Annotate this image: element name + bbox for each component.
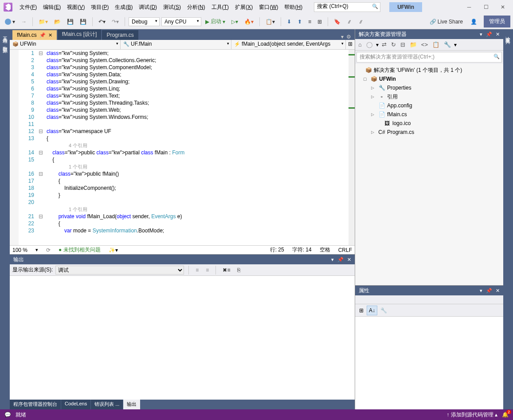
tool-4[interactable]: ⊞ bbox=[315, 17, 324, 26]
nav-class-dropdown[interactable]: 🔧 UF.fMain bbox=[121, 40, 231, 49]
step-button[interactable]: 📋▾ bbox=[263, 17, 277, 26]
notifications-icon[interactable]: 🔔 bbox=[502, 412, 509, 418]
tab-pin-icon[interactable]: ⚙ bbox=[346, 34, 351, 40]
tree-item[interactable]: ▷📄fMain.cs bbox=[355, 110, 503, 119]
tree-item[interactable]: 🖼logo.ico bbox=[355, 119, 503, 128]
menu-窗口[interactable]: 窗口(W) bbox=[256, 2, 281, 13]
prop-close-icon[interactable]: ✕ bbox=[496, 288, 500, 294]
global-search-input[interactable]: 搜索 (Ctrl+Q) bbox=[314, 2, 380, 12]
sln-code-icon[interactable]: <> bbox=[420, 40, 429, 49]
sln-pin-icon[interactable]: 📌 bbox=[486, 31, 492, 37]
close-button[interactable]: ✕ bbox=[496, 4, 509, 10]
bookmark-button[interactable]: 🔖 bbox=[332, 17, 343, 26]
sln-props-icon[interactable]: 📋 bbox=[431, 40, 441, 49]
editor-tab[interactable]: Program.cs bbox=[102, 30, 138, 40]
run-noattach-button[interactable]: ▷▾ bbox=[229, 17, 240, 26]
tree-solution[interactable]: 📦解决方案 'UFWin' (1 个项目，共 1 个) bbox=[355, 66, 503, 75]
nav-scope-dropdown[interactable]: 📦 UFWin bbox=[10, 40, 121, 49]
editor-tab[interactable]: fMain.cs📌✕ bbox=[12, 30, 57, 40]
dock-tab[interactable]: 工具箱 bbox=[0, 29, 10, 39]
output-clear-button[interactable]: ≡ bbox=[193, 266, 201, 275]
nav-fwd-button[interactable]: → bbox=[19, 17, 29, 26]
diagnostics-tab[interactable]: 诊断工具 bbox=[503, 29, 513, 40]
sln-collapse-icon[interactable]: ⊟ bbox=[399, 40, 407, 49]
output-pin-icon[interactable]: 📌 bbox=[337, 257, 344, 263]
tool-3[interactable]: ≡ bbox=[306, 17, 313, 26]
menu-项目[interactable]: 项目(P) bbox=[88, 2, 111, 13]
menu-分析[interactable]: 分析(N) bbox=[184, 2, 208, 13]
scroll-overview[interactable] bbox=[349, 50, 355, 245]
bottom-tab[interactable]: 错误列表 ... bbox=[91, 400, 123, 409]
menu-帮助[interactable]: 帮助(H) bbox=[282, 2, 305, 13]
menu-编辑[interactable]: 编辑(E) bbox=[40, 2, 63, 13]
tree-item[interactable]: ▷🔧Properties bbox=[355, 83, 503, 92]
tree-project[interactable]: ▢📦UFWin bbox=[355, 75, 503, 83]
output-clear2-button[interactable]: ✖≡ bbox=[220, 266, 232, 275]
new-project-button[interactable]: 📁▾ bbox=[36, 17, 50, 26]
prop-categorized-icon[interactable]: ⊞ bbox=[357, 306, 366, 315]
editor-tab[interactable]: fMain.cs [设计] bbox=[58, 29, 102, 40]
prop-pin-icon[interactable]: 📌 bbox=[486, 288, 492, 294]
uncomment-button[interactable]: ⫽ bbox=[356, 17, 366, 26]
properties-object-dropdown[interactable] bbox=[355, 295, 503, 304]
sln-wrench-icon[interactable]: 🔧 bbox=[443, 40, 452, 49]
scm-button[interactable]: ↑ 添加到源代码管理 ▴ bbox=[446, 411, 497, 419]
solution-tree[interactable]: 📦解决方案 'UFWin' (1 个项目，共 1 个)▢📦UFWin▷🔧Prop… bbox=[355, 64, 503, 285]
tab-close-icon[interactable]: ✕ bbox=[48, 32, 52, 38]
sln-back-icon[interactable]: ◯ bbox=[365, 40, 374, 49]
prop-wrench-icon[interactable]: 🔧 bbox=[378, 306, 389, 315]
menu-文件[interactable]: 文件(F) bbox=[17, 2, 39, 13]
output-source-dropdown[interactable]: 调试 bbox=[55, 266, 184, 275]
save-button[interactable]: 💾 bbox=[65, 17, 76, 26]
tool-1[interactable]: ⬇ bbox=[285, 17, 294, 26]
prop-dropdown-icon[interactable]: ▾ bbox=[480, 288, 482, 294]
sln-dropdown-icon[interactable]: ▾ bbox=[480, 31, 482, 37]
solution-search-input[interactable]: 搜索解决方案资源管理器(Ctrl+;) bbox=[356, 52, 502, 63]
menu-工具[interactable]: 工具(T) bbox=[209, 2, 231, 13]
tree-item[interactable]: ▷▫引用 bbox=[355, 92, 503, 101]
run-button[interactable]: ▶ 启动 ▾ bbox=[203, 16, 227, 27]
tab-dropdown-icon[interactable]: ▾ bbox=[341, 34, 344, 40]
redo-button[interactable]: ↷▾ bbox=[110, 17, 121, 26]
comment-button[interactable]: ⫽ bbox=[345, 17, 354, 26]
nav-member-dropdown[interactable]: ⚡ fMain_Load(object sender, EventArgs bbox=[231, 40, 346, 49]
sln-close-icon[interactable]: ✕ bbox=[496, 31, 500, 37]
menu-生成[interactable]: 生成(B) bbox=[112, 2, 135, 13]
menu-扩展[interactable]: 扩展(X) bbox=[232, 2, 255, 13]
tool-2[interactable]: ⬆ bbox=[295, 17, 304, 26]
tree-item[interactable]: 📄App.config bbox=[355, 101, 503, 110]
undo-button[interactable]: ↶▾ bbox=[96, 17, 108, 26]
output-wrap-button[interactable]: ≡ bbox=[204, 266, 211, 275]
config-dropdown[interactable]: Debug bbox=[129, 17, 160, 26]
open-button[interactable]: 📂 bbox=[52, 17, 63, 26]
issues-indicator[interactable]: ● 未找到相关问题 bbox=[59, 246, 101, 254]
tree-item[interactable]: ▷C#Program.cs bbox=[355, 128, 503, 137]
bottom-tab[interactable]: 输出 bbox=[123, 400, 141, 409]
zoom-dropdown[interactable]: 100 % bbox=[12, 247, 27, 253]
menu-调试[interactable]: 调试(D) bbox=[136, 2, 160, 13]
sln-refresh-icon[interactable]: ↻ bbox=[390, 40, 397, 49]
output-close-icon[interactable]: ✕ bbox=[347, 257, 351, 263]
menu-测试[interactable]: 测试(S) bbox=[161, 2, 184, 13]
sln-home-icon[interactable]: ⌂ bbox=[357, 40, 363, 49]
minimize-button[interactable]: ─ bbox=[462, 4, 476, 10]
split-icon[interactable]: ⊞ bbox=[346, 40, 355, 49]
hot-reload-button[interactable]: 🔥▾ bbox=[242, 17, 256, 26]
feedback-button[interactable]: 👤 bbox=[468, 17, 479, 26]
bottom-tab[interactable]: CodeLens bbox=[61, 400, 91, 409]
prop-alpha-icon[interactable]: A↓ bbox=[367, 306, 377, 315]
dock-tab[interactable]: 数据源 bbox=[0, 39, 10, 49]
maximize-button[interactable]: ☐ bbox=[479, 4, 493, 10]
nav-back-button[interactable]: ▾ bbox=[3, 17, 17, 26]
output-dropdown-icon[interactable]: ▾ bbox=[331, 257, 334, 263]
menu-视图[interactable]: 视图(V) bbox=[64, 2, 87, 13]
sln-sync-icon[interactable]: ⇄ bbox=[380, 40, 388, 49]
bottom-tab[interactable]: 程序包管理器控制台 bbox=[10, 400, 61, 409]
output-toggle-button[interactable]: ⎘ bbox=[235, 266, 243, 275]
platform-dropdown[interactable]: Any CPU bbox=[161, 17, 201, 26]
tab-pin-icon[interactable]: 📌 bbox=[39, 32, 46, 38]
liveshare-button[interactable]: 🔗 Live Share bbox=[426, 17, 466, 26]
properties-grid[interactable] bbox=[355, 317, 503, 409]
output-textarea[interactable] bbox=[10, 276, 355, 400]
output-pane-icon[interactable]: 💬 bbox=[4, 412, 11, 418]
